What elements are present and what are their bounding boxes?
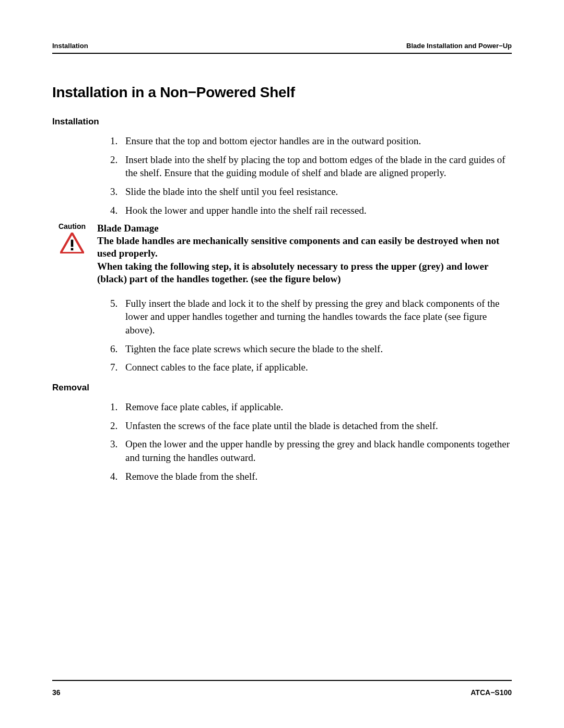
section-title: Installation in a Non−Powered Shelf xyxy=(52,84,512,101)
warning-triangle-icon xyxy=(60,233,84,253)
list-item: Remove face plate cables, if applicable. xyxy=(120,400,512,414)
document-id: ATCA−S100 xyxy=(471,688,512,697)
caution-label: Caution xyxy=(52,222,92,230)
list-item: Ensure that the top and bottom ejector h… xyxy=(120,134,512,148)
list-item: Unfasten the screws of the face plate un… xyxy=(120,419,512,433)
header-rule xyxy=(52,53,512,54)
svg-rect-1 xyxy=(71,240,74,247)
list-item: Connect cables to the face plate, if app… xyxy=(120,361,512,374)
list-item: Slide the blade into the shelf until you… xyxy=(120,185,512,199)
removal-steps: Remove face plate cables, if applicable.… xyxy=(52,400,512,483)
list-item: Open the lower and the upper handle by p… xyxy=(120,437,512,464)
list-item: Fully insert the blade and lock it to th… xyxy=(120,297,512,337)
caution-content: Blade Damage The blade handles are mecha… xyxy=(92,222,512,285)
footer-rule xyxy=(52,680,512,681)
caution-block: Caution Blade Damage The blade handles a… xyxy=(52,222,512,285)
page-number: 36 xyxy=(52,688,61,697)
list-item: Hook the lower and upper handle into the… xyxy=(120,204,512,217)
svg-rect-2 xyxy=(71,248,74,251)
installation-steps-1: Ensure that the top and bottom ejector h… xyxy=(52,134,512,217)
list-item: Insert blade into the shelf by placing t… xyxy=(120,153,512,180)
header-right: Blade Installation and Power−Up xyxy=(406,42,512,50)
installation-steps-2: Fully insert the blade and lock it to th… xyxy=(52,297,512,374)
list-item: Tighten the face plate screws which secu… xyxy=(120,342,512,356)
installation-heading: Installation xyxy=(52,117,512,127)
list-item: Remove the blade from the shelf. xyxy=(120,470,512,483)
page-footer: 36 ATCA−S100 xyxy=(52,680,512,697)
page-header: Installation Blade Installation and Powe… xyxy=(52,42,512,53)
header-left: Installation xyxy=(52,42,88,50)
caution-para-1: The blade handles are mechanically sensi… xyxy=(97,235,512,260)
caution-left-column: Caution xyxy=(52,222,92,285)
footer-row: 36 ATCA−S100 xyxy=(52,688,512,697)
caution-para-2: When taking the following step, it is ab… xyxy=(97,260,512,285)
removal-heading: Removal xyxy=(52,383,512,393)
caution-title: Blade Damage xyxy=(97,222,512,235)
